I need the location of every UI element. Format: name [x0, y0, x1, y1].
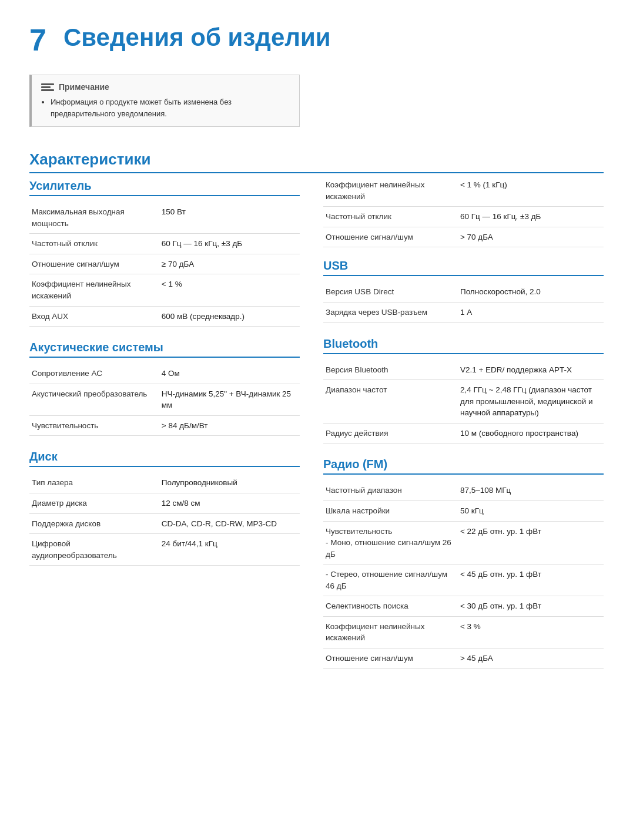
table-row: Частотный отклик60 Гц — 16 кГц, ±3 дБ — [29, 234, 300, 254]
table-row: Сопротивление АС4 Ом — [29, 364, 300, 384]
spec-label: Коэффициент нелинейных искажений — [323, 179, 458, 207]
right-sections: USBВерсия USB DirectПолноскоростной, 2.0… — [323, 259, 604, 668]
spec-value: < 22 дБ отн. ур. 1 фВт — [458, 521, 604, 565]
table-row: Отношение сигнал/шум> 70 дБА — [323, 227, 604, 247]
page-title-section: 7 Сведения об изделии — [29, 23, 604, 57]
table-row: Чувствительность - Моно, отношение сигна… — [323, 521, 604, 565]
spec-value: 4 Ом — [159, 364, 300, 384]
note-header: Примечание — [41, 82, 290, 92]
table-row: Отношение сигнал/шум> 45 дБА — [323, 649, 604, 669]
spec-value: 10 м (свободного пространства) — [458, 423, 604, 443]
section-title: Bluetooth — [323, 337, 604, 354]
spec-label: Отношение сигнал/шум — [323, 227, 458, 247]
spec-value: > 84 дБ/м/Вт — [159, 415, 300, 436]
spec-label: Чувствительность — [29, 415, 159, 436]
right-top-table: Коэффициент нелинейных искажений< 1 % (1… — [323, 179, 604, 247]
spec-label: Селективность поиска — [323, 596, 458, 617]
table-row: Акустический преобразовательНЧ-динамик 5… — [29, 384, 300, 415]
spec-value: 1 А — [458, 303, 604, 323]
characteristics-title: Характеристики — [29, 150, 604, 172]
spec-label: Шкала настройки — [323, 500, 458, 521]
spec-value: 87,5–108 МГц — [458, 481, 604, 500]
table-row: Вход AUX600 мВ (среднеквадр.) — [29, 306, 300, 327]
table-row: Шкала настройки50 кГц — [323, 500, 604, 521]
table-row: Коэффициент нелинейных искажений< 1 % — [29, 274, 300, 306]
spec-label: Версия Bluetooth — [323, 360, 458, 380]
table-row: Зарядка через USB-разъем1 А — [323, 303, 604, 323]
spec-value: 60 Гц — 16 кГц, ±3 дБ — [159, 234, 300, 254]
table-row: Коэффициент нелинейных искажений< 1 % (1… — [323, 179, 604, 207]
table-row: Частотный диапазон87,5–108 МГц — [323, 481, 604, 500]
table-row: Селективность поиска< 30 дБ отн. ур. 1 ф… — [323, 596, 604, 617]
table-row: Поддержка дисковCD-DA, CD-R, CD-RW, MP3-… — [29, 513, 300, 534]
spec-label: Максимальная выходная мощность — [29, 202, 159, 234]
spec-label: Тип лазера — [29, 473, 159, 493]
specs-table: Версия USB DirectПолноскоростной, 2.0Зар… — [323, 282, 604, 322]
section-title: USB — [323, 259, 604, 276]
left-column: УсилительМаксимальная выходная мощность1… — [29, 179, 300, 668]
spec-value: < 45 дБ отн. ур. 1 фВт — [458, 565, 604, 596]
table-row: Отношение сигнал/шум≥ 70 дБА — [29, 254, 300, 274]
note-header-text: Примечание — [59, 82, 109, 92]
section-title: Диск — [29, 450, 300, 467]
spec-value: 150 Вт — [159, 202, 300, 234]
table-row: Версия BluetoothV2.1 + EDR/ поддержка AP… — [323, 360, 604, 380]
spec-label: Акустический преобразователь — [29, 384, 159, 415]
right-top-specs: Коэффициент нелинейных искажений< 1 % (1… — [323, 179, 604, 247]
spec-label: Коэффициент нелинейных искажений — [29, 274, 159, 306]
spec-value: 12 см/8 см — [159, 493, 300, 513]
spec-label: Отношение сигнал/шум — [323, 649, 458, 669]
specs-table: Тип лазераПолупроводниковыйДиаметр диска… — [29, 473, 300, 566]
table-row: Диапазон частот2,4 ГГц ~ 2,48 ГГц (диапа… — [323, 380, 604, 424]
chapter-title: Сведения об изделии — [63, 23, 331, 52]
spec-label: Частотный отклик — [29, 234, 159, 254]
table-row: Чувствительность> 84 дБ/м/Вт — [29, 415, 300, 436]
specs-table: Сопротивление АС4 ОмАкустический преобра… — [29, 364, 300, 436]
spec-value: CD-DA, CD-R, CD-RW, MP3-CD — [159, 513, 300, 534]
table-row: Версия USB DirectПолноскоростной, 2.0 — [323, 282, 604, 302]
left-sections: УсилительМаксимальная выходная мощность1… — [29, 179, 300, 566]
spec-value: 24 бит/44,1 кГц — [159, 534, 300, 566]
spec-value: V2.1 + EDR/ поддержка APT-X — [458, 360, 604, 380]
note-icon-line-1 — [41, 83, 54, 85]
spec-value: 50 кГц — [458, 500, 604, 521]
spec-value: Полупроводниковый — [159, 473, 300, 493]
note-item-1: Информация о продукте может быть изменен… — [51, 96, 290, 119]
spec-label: Поддержка дисков — [29, 513, 159, 534]
spec-label: Частотный диапазон — [323, 481, 458, 500]
table-row: Цифровой аудиопреобразователь24 бит/44,1… — [29, 534, 300, 566]
spec-label: Зарядка через USB-разъем — [323, 303, 458, 323]
right-column: Коэффициент нелинейных искажений< 1 % (1… — [323, 179, 604, 668]
spec-label: Частотный отклик — [323, 207, 458, 227]
spec-value: 60 Гц — 16 кГц, ±3 дБ — [458, 207, 604, 227]
spec-value: < 3 % — [458, 616, 604, 648]
spec-value: 2,4 ГГц ~ 2,48 ГГц (диапазон частот для … — [458, 380, 604, 424]
spec-value: > 45 дБА — [458, 649, 604, 669]
table-row: - Стерео, отношение сигнал/шум 46 дБ< 45… — [323, 565, 604, 596]
spec-label: - Стерео, отношение сигнал/шум 46 дБ — [323, 565, 458, 596]
table-row: Частотный отклик60 Гц — 16 кГц, ±3 дБ — [323, 207, 604, 227]
spec-value: < 30 дБ отн. ур. 1 фВт — [458, 596, 604, 617]
specs-table: Версия BluetoothV2.1 + EDR/ поддержка AP… — [323, 360, 604, 444]
spec-label: Коэффициент нелинейных искажений — [323, 616, 458, 648]
spec-label: Вход AUX — [29, 306, 159, 327]
section-title: Усилитель — [29, 179, 300, 196]
table-row: Радиус действия10 м (свободного простран… — [323, 423, 604, 443]
spec-label: Диаметр диска — [29, 493, 159, 513]
section-title: Радио (FM) — [323, 458, 604, 475]
spec-label: Отношение сигнал/шум — [29, 254, 159, 274]
spec-value: < 1 % (1 кГц) — [458, 179, 604, 207]
spec-label: Чувствительность - Моно, отношение сигна… — [323, 521, 458, 565]
table-row: Коэффициент нелинейных искажений< 3 % — [323, 616, 604, 648]
spec-label: Радиус действия — [323, 423, 458, 443]
table-row: Максимальная выходная мощность150 Вт — [29, 202, 300, 234]
spec-value: Полноскоростной, 2.0 — [458, 282, 604, 302]
spec-value: 600 мВ (среднеквадр.) — [159, 306, 300, 327]
table-row: Тип лазераПолупроводниковый — [29, 473, 300, 493]
spec-label: Сопротивление АС — [29, 364, 159, 384]
section-title: Акустические системы — [29, 341, 300, 358]
specs-table: Частотный диапазон87,5–108 МГцШкала наст… — [323, 481, 604, 668]
specs-table: Максимальная выходная мощность150 ВтЧаст… — [29, 202, 300, 327]
note-box: Примечание Информация о продукте может б… — [29, 75, 300, 127]
note-icon-line-3 — [41, 89, 54, 91]
